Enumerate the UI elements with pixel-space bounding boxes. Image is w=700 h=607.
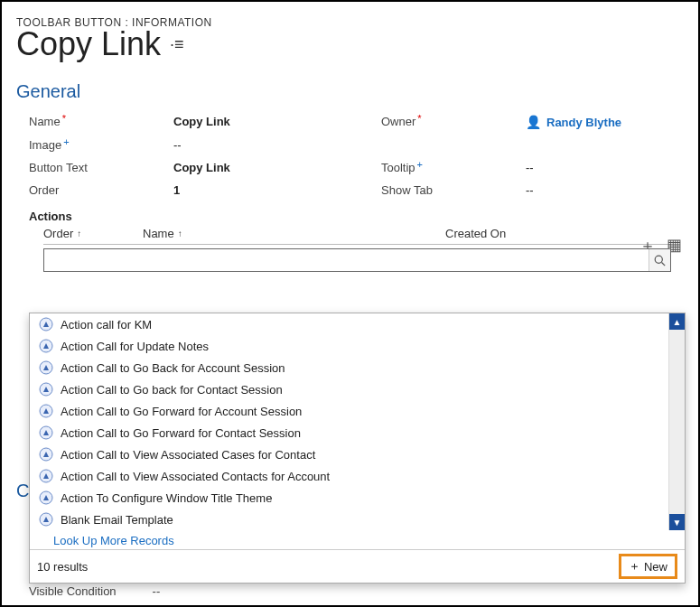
label-name: Name* [29,115,164,129]
value-visible-condition[interactable]: -- [153,584,161,598]
lookup-item-label: Action Call to Go Forward for Account Se… [61,405,302,418]
action-call-icon [39,490,53,505]
label-tooltip: Tooltip+ [381,161,517,174]
lookup-item-label: Action Call to View Associated Cases for… [61,448,315,462]
value-order[interactable]: 1 [173,183,372,197]
label-button-text: Button Text [29,161,164,174]
lookup-item-label: Blank Email Template [61,513,173,527]
lookup-item[interactable]: Action Call for Update Notes [30,335,685,357]
action-call-icon [39,512,53,527]
value-name[interactable]: Copy Link [173,115,372,129]
lookup-dropdown: Action call for KMAction Call for Update… [29,313,686,584]
lookup-item[interactable]: Action Call to View Associated Cases for… [30,444,685,465]
title-menu-icon[interactable]: ∙≡ [170,35,184,54]
col-order[interactable]: Order↑ [43,227,143,240]
lookup-item-label: Action Call for Update Notes [61,340,209,353]
action-call-icon [39,447,53,462]
label-visible-condition: Visible Condition [29,584,117,598]
lookup-item-label: Action Call to View Associated Contacts … [61,470,330,483]
lookup-item[interactable]: Action To Configure Window Title Theme [30,487,685,509]
action-call-icon [39,360,53,375]
sort-asc-icon: ↑ [178,229,182,238]
lookup-item[interactable]: Action call for KM [30,313,685,335]
scroll-up-icon[interactable]: ▲ [669,313,685,330]
col-created[interactable]: Created On [445,227,599,240]
action-call-icon [39,404,53,418]
lookup-item[interactable]: Action Call to View Associated Contacts … [30,465,685,487]
page-title: Copy Link [16,25,161,63]
actions-label: Actions [29,210,684,223]
svg-line-1 [662,262,666,266]
plus-icon: ＋ [629,558,640,574]
lookup-item-label: Action call for KM [61,318,152,332]
value-button-text[interactable]: Copy Link [173,161,372,174]
label-image: Image+ [29,138,164,152]
lookup-item-label: Action Call to Go Forward for Contact Se… [61,426,301,440]
action-call-icon [39,382,53,397]
value-image[interactable]: -- [173,138,372,152]
action-call-icon [39,339,53,353]
value-showtab[interactable]: -- [526,183,700,197]
label-owner: Owner* [381,115,517,129]
section-general: General [16,81,684,102]
lookup-item-label: Action To Configure Window Title Theme [61,491,272,505]
grid-header: Order↑ Name↑ Created On [43,227,671,245]
svg-point-0 [655,256,662,263]
search-icon[interactable] [649,249,670,271]
action-call-icon [39,469,53,483]
lookup-input[interactable] [43,248,671,272]
sort-asc-icon: ↑ [77,229,81,238]
dropdown-scrollbar[interactable]: ▲ ▼ [668,313,685,530]
lookup-item[interactable]: Action Call to Go back for Contact Sessi… [30,378,685,400]
lookup-item-label: Action Call to Go Back for Account Sessi… [61,361,285,375]
label-showtab: Show Tab [381,183,517,197]
lookup-more-link[interactable]: Look Up More Records [30,530,685,549]
action-call-icon [39,317,53,332]
lookup-item[interactable]: Action Call to Go Back for Account Sessi… [30,357,685,378]
scroll-down-icon[interactable]: ▼ [669,514,685,530]
results-count: 10 results [37,560,88,574]
label-order: Order [29,183,164,197]
lookup-item[interactable]: Action Call to Go Forward for Contact Se… [30,422,685,444]
col-name[interactable]: Name↑ [143,227,445,240]
value-tooltip[interactable]: -- [526,161,700,174]
lookup-item[interactable]: Blank Email Template [30,509,685,530]
owner-link[interactable]: Randy Blythe [546,116,621,129]
action-call-icon [39,425,53,440]
new-button[interactable]: ＋ New [619,554,677,579]
lookup-item-label: Action Call to Go back for Contact Sessi… [61,383,283,397]
person-icon: 👤 [526,115,541,129]
lookup-item[interactable]: Action Call to Go Forward for Account Se… [30,400,685,422]
